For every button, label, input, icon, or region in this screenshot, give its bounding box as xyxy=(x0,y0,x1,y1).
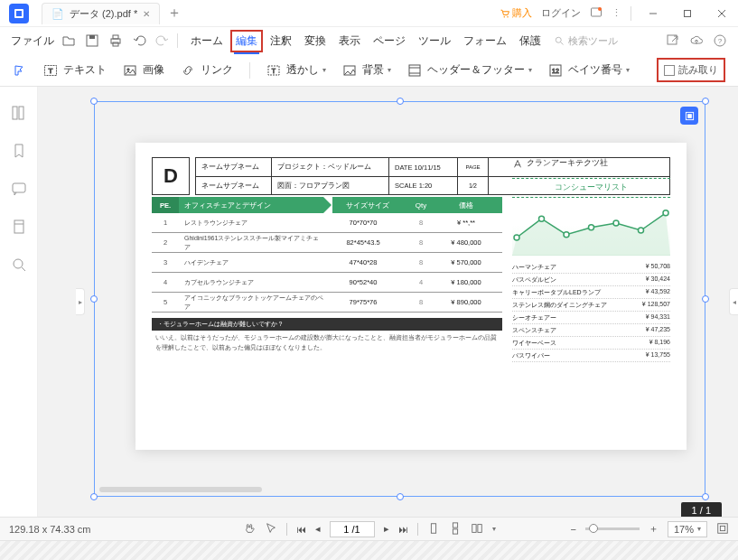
add-text-button[interactable]: T テキスト xyxy=(43,62,107,78)
svg-point-23 xyxy=(127,68,129,70)
read-mode-checkbox[interactable] xyxy=(664,65,675,76)
resize-handle[interactable] xyxy=(90,493,98,500)
bates-number-button[interactable]: 12 ベイツ番号▾ xyxy=(548,62,630,78)
header-footer-button[interactable]: ヘッダー＆フッター▾ xyxy=(407,62,532,78)
horizontal-scrollbar[interactable] xyxy=(99,486,705,493)
continuous-page-icon[interactable] xyxy=(449,522,462,537)
list-item: ハーマンチェア¥ 50,708 xyxy=(512,261,670,274)
comments-panel-icon[interactable] xyxy=(11,181,27,197)
edit-selector-icon[interactable] xyxy=(13,63,27,78)
prev-page-icon[interactable]: ◂ xyxy=(315,523,321,535)
page-input[interactable] xyxy=(330,521,375,537)
collapse-left-icon[interactable]: ▸ xyxy=(76,288,85,315)
svg-rect-52 xyxy=(477,524,481,532)
new-tab-button[interactable]: ＋ xyxy=(165,5,183,23)
two-page-icon[interactable] xyxy=(471,522,483,537)
resize-handle[interactable] xyxy=(90,98,98,105)
resize-handle[interactable] xyxy=(397,98,404,105)
menu-form[interactable]: フォーム xyxy=(458,30,512,52)
resize-handle[interactable] xyxy=(702,98,709,105)
watermark-button[interactable]: T 透かし▾ xyxy=(266,62,326,78)
resize-handle[interactable] xyxy=(90,295,98,303)
architect-icon xyxy=(512,158,523,169)
menu-tool[interactable]: ツール xyxy=(413,30,456,52)
document-tab[interactable]: 📄 データ (2).pdf * ✕ xyxy=(42,3,160,24)
read-mode-toggle[interactable]: 読み取り xyxy=(657,58,725,82)
bottom-decoration xyxy=(0,540,738,560)
print-icon[interactable] xyxy=(108,33,123,48)
table-row: 4カプセルラウンジチェア90*52*404¥ 180,000 xyxy=(152,273,502,293)
svg-rect-40 xyxy=(687,114,691,117)
menu-view[interactable]: 表示 xyxy=(333,30,366,52)
fit-page-icon[interactable] xyxy=(716,522,729,537)
svg-point-43 xyxy=(564,232,569,238)
menu-convert[interactable]: 変換 xyxy=(299,30,332,52)
edit-toolbar: T テキスト 画像 リンク T 透かし▾ 背景▾ ヘッダー＆フッター▾ 12 ベ… xyxy=(0,54,738,87)
svg-rect-1 xyxy=(16,11,22,16)
zoom-slider[interactable] xyxy=(585,527,640,530)
maximize-button[interactable] xyxy=(675,4,700,23)
tab-close-icon[interactable]: ✕ xyxy=(143,9,150,19)
cloud-icon[interactable] xyxy=(689,33,704,48)
bookmarks-panel-icon[interactable] xyxy=(11,143,27,159)
svg-rect-50 xyxy=(453,528,457,533)
floating-action-icon[interactable] xyxy=(680,107,698,125)
redo-icon[interactable] xyxy=(155,33,170,48)
resize-handle[interactable] xyxy=(702,493,709,500)
background-button[interactable]: 背景▾ xyxy=(342,62,391,78)
add-image-button[interactable]: 画像 xyxy=(123,62,164,78)
login-button[interactable]: ログイン xyxy=(541,6,581,20)
open-icon[interactable] xyxy=(61,33,76,48)
svg-line-38 xyxy=(22,267,25,271)
svg-point-44 xyxy=(589,225,594,230)
last-page-icon[interactable]: ⏭ xyxy=(398,524,408,535)
list-item: バスワイパー¥ 13,755 xyxy=(512,350,670,362)
menu-page[interactable]: ページ xyxy=(368,30,411,52)
resize-handle[interactable] xyxy=(702,295,709,303)
search-panel-icon[interactable] xyxy=(11,257,27,273)
resize-handle[interactable] xyxy=(397,493,404,500)
svg-rect-13 xyxy=(113,35,118,39)
first-page-icon[interactable]: ⏮ xyxy=(296,524,306,535)
next-page-icon[interactable]: ▸ xyxy=(384,523,389,535)
zoom-select[interactable]: 17%▾ xyxy=(668,521,707,537)
share-icon[interactable] xyxy=(666,33,680,48)
document-canvas[interactable]: ▸ ◂ D ネームサブネーム プロジェクト：ベッドルーム D xyxy=(38,87,738,517)
list-item: ワイヤーベース¥ 8,196 xyxy=(512,337,670,350)
menu-comment[interactable]: 注釈 xyxy=(265,30,297,52)
help-icon[interactable]: ? xyxy=(713,33,727,48)
purchase-button[interactable]: 購入 xyxy=(500,6,532,20)
more-icon[interactable]: ⋮ xyxy=(612,7,621,19)
tab-title: データ (2).pdf * xyxy=(70,7,137,21)
svg-point-15 xyxy=(556,37,561,42)
file-menu[interactable]: ファイル xyxy=(11,33,54,49)
svg-rect-27 xyxy=(409,65,420,76)
attachments-panel-icon[interactable] xyxy=(11,219,27,235)
svg-point-45 xyxy=(613,220,619,226)
undo-icon[interactable] xyxy=(132,33,146,48)
search-tool[interactable]: 検索ツール xyxy=(554,34,618,48)
svg-text:?: ? xyxy=(718,37,723,45)
menu-home[interactable]: ホーム xyxy=(185,30,229,52)
menu-protect[interactable]: 保護 xyxy=(514,30,546,52)
notification-icon[interactable] xyxy=(590,6,603,21)
svg-rect-32 xyxy=(13,107,17,119)
svg-rect-48 xyxy=(431,523,435,533)
save-icon[interactable] xyxy=(85,33,99,48)
list-item: ステンレス鋼のダイニングチェア¥ 128,507 xyxy=(512,299,670,312)
collapse-right-icon[interactable]: ◂ xyxy=(729,288,738,315)
zoom-in-icon[interactable]: ＋ xyxy=(649,522,659,536)
zoom-out-icon[interactable]: − xyxy=(571,524,576,535)
select-tool-icon[interactable] xyxy=(265,522,277,537)
doc-logo: D xyxy=(152,157,190,195)
window-close-button[interactable] xyxy=(709,4,734,23)
thumbnails-panel-icon[interactable] xyxy=(11,105,27,121)
hand-tool-icon[interactable] xyxy=(243,522,256,537)
svg-point-46 xyxy=(639,228,644,233)
minimize-button[interactable] xyxy=(640,4,666,23)
single-page-icon[interactable] xyxy=(427,522,440,537)
table-row: 5アイコニックなブラックトッケアームチェアのペア79*75*768¥ 890,0… xyxy=(152,293,502,313)
menu-edit[interactable]: 編集 xyxy=(230,30,263,52)
add-link-button[interactable]: リンク xyxy=(181,62,233,78)
list-item: シーオチェアー¥ 94,331 xyxy=(512,312,670,324)
